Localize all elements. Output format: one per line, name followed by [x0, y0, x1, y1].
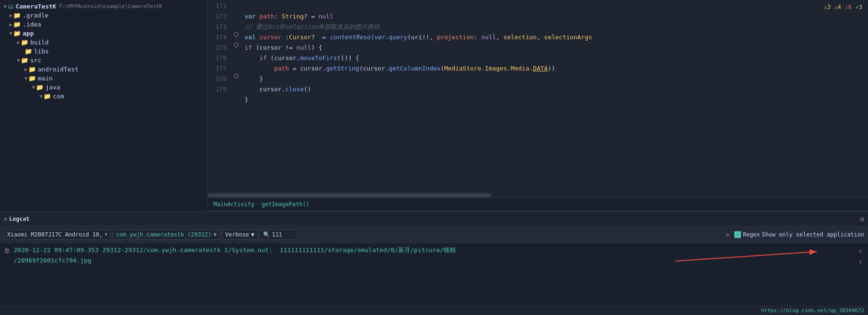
line-num-176: 176 [208, 53, 227, 63]
expand-arrow: ▶ [9, 22, 12, 27]
folder-icon: 📁 [21, 39, 28, 46]
line-num-175: 175 [208, 43, 227, 53]
sidebar-item-label: src [30, 57, 41, 64]
code-container: 171 172 173 174 175 176 177 178 179 _ _ … [208, 0, 868, 193]
line-num-177: 177 [208, 63, 227, 74]
logcat-header-left: ≡ Logcat [4, 216, 30, 222]
breadcrumb-file[interactable]: MainActivity [213, 201, 255, 208]
line-num-174: 174 [208, 32, 227, 43]
scrollbar-thumb[interactable] [208, 193, 491, 197]
scroll-to-top-icon[interactable]: ↑ [859, 256, 862, 267]
logcat-content[interactable]: 🗑 2020-12-22 09:47:09.353 29312-29312/co… [0, 243, 868, 306]
app-selector[interactable]: com.ywjh.cameratestk (29312) ▼ [112, 229, 220, 240]
project-icon: 🗂 [8, 3, 14, 10]
app-label: com.ywjh.cameratestk (29312) [116, 231, 211, 238]
sidebar-item-label: .gradle [23, 12, 49, 19]
sidebar-item-app[interactable]: ▼ 📁 app [0, 29, 207, 38]
expand-arrow: ▼ [32, 85, 35, 90]
app-dropdown-arrow: ▼ [213, 231, 217, 238]
expand-arrow: ▼ [40, 94, 43, 99]
line-num-171: 171 [208, 1, 227, 11]
logcat-row-1: 🗑 2020-12-22 09:47:09.353 29312-29312/co… [4, 245, 864, 267]
logcat-log-line2: /20969f2001cfc794.jpg [14, 257, 91, 264]
project-path: F:\MYPAndroid\example\CameraTestK [59, 3, 162, 9]
folder-icon: 📁 [36, 84, 43, 91]
sidebar-item-gradle[interactable]: ▶ 📁 .gradle [0, 11, 207, 20]
sidebar-item-label: libs [34, 48, 49, 55]
sidebar-item-idea[interactable]: ▶ 📁 .idea [0, 20, 207, 29]
verbose-selector[interactable]: Verbose ▼ [222, 229, 258, 240]
device-dropdown-arrow: ▼ [104, 232, 107, 237]
logcat-bottom-bar: https://blog.csdn.net/qq_38304672 [0, 306, 868, 315]
expand-arrow: ▼ [17, 58, 20, 63]
warning-badge-3: ⚠6 [845, 4, 851, 10]
folder-icon: 📁 [13, 30, 21, 37]
logcat-log-line1: 2020-12-22 09:47:09.353 29312-29312/com.… [14, 246, 456, 254]
warning-badge-2: ⚠4 [834, 4, 841, 10]
sidebar-item-com[interactable]: ▼ 📁 com [0, 92, 207, 101]
search-box[interactable]: 🔍 111 [260, 229, 298, 240]
sidebar-item-main[interactable]: ▼ 📁 main [0, 74, 207, 83]
scroll-to-end-icon[interactable]: ↓ [859, 245, 862, 255]
sidebar-item-label: app [23, 30, 34, 37]
regex-checkbox-container[interactable]: ✓ Regex [734, 231, 760, 238]
folder-icon: 📁 [28, 75, 36, 82]
logcat-list-icon: ≡ [4, 216, 7, 222]
expand-arrow: ▶ [9, 13, 12, 18]
line-num-173: 173 [208, 22, 227, 32]
folder-icon: 📁 [13, 21, 21, 28]
logcat-side-controls: ↓ ↑ [859, 245, 864, 267]
sidebar-item-label: java [45, 84, 60, 91]
logcat-settings-icon[interactable]: ⚙ [860, 215, 864, 223]
sidebar-item-java[interactable]: ▼ 📁 java [0, 83, 207, 92]
warning-badge-4: ✓3 [856, 4, 862, 10]
horizontal-scrollbar[interactable] [208, 193, 868, 198]
sidebar-item-label: com [53, 93, 64, 100]
warning-badges: ⚠3 ⚠4 ⚠6 ✓3 [824, 4, 862, 10]
expand-arrow: ▼ [4, 4, 7, 9]
red-arrow-annotation [675, 247, 826, 266]
logcat-log-container: 2020-12-22 09:47:09.353 29312-29312/com.… [14, 245, 855, 266]
code-content[interactable]: var path: String? = null // 通过Uri和select… [241, 0, 868, 193]
gutter: _ _ _ ⬡ ⬡ _ _ ⬡ _ [231, 0, 241, 193]
sidebar-item-src[interactable]: ▼ 📁 src [0, 56, 207, 65]
breadcrumb-separator: › [256, 201, 260, 208]
device-selector[interactable]: Xiaomi M2007J17C Android 10, ▼ [4, 229, 111, 240]
device-label: Xiaomi M2007J17C Android 10, [7, 231, 102, 238]
logcat-delete-icon[interactable]: 🗑 [4, 245, 10, 256]
footer-link[interactable]: https://blog.csdn.net/qq_38304672 [761, 307, 864, 314]
warning-badge-1: ⚠3 [824, 4, 830, 10]
expand-arrow: ▶ [25, 67, 27, 72]
verbose-dropdown-arrow: ▼ [251, 231, 254, 238]
svg-line-1 [675, 252, 817, 261]
sidebar-item-label: .idea [23, 21, 41, 28]
regex-label: Regex [743, 231, 760, 238]
folder-icon: 📁 [25, 48, 32, 55]
sidebar-item-label: main [38, 75, 52, 82]
main-area: ▼ 🗂 CameraTestK F:\MYPAndroid\example\Ca… [0, 0, 868, 211]
sidebar-item-androidtest[interactable]: ▶ 📁 androidTest [0, 65, 207, 74]
expand-arrow: ▼ [25, 76, 27, 81]
sidebar-item-build[interactable]: ▶ 📁 build [0, 38, 207, 47]
show-only-label[interactable]: Show only selected application [762, 231, 864, 238]
folder-icon: 📁 [43, 93, 51, 100]
expand-arrow: ▼ [9, 31, 12, 36]
editor-area: ⚠3 ⚠4 ⚠6 ✓3 171 172 173 174 175 176 177 … [208, 0, 868, 211]
logcat-filter-close[interactable]: ✕ [723, 230, 732, 239]
sidebar-item-libs[interactable]: 📁 libs [0, 47, 207, 56]
search-value: 111 [272, 231, 282, 238]
expand-arrow: ▶ [17, 40, 20, 45]
folder-icon: 📁 [21, 57, 28, 64]
sidebar-item-label: build [30, 39, 49, 46]
line-num-179: 179 [208, 84, 227, 95]
logcat-panel: ≡ Logcat ⚙ Xiaomi M2007J17C Android 10, … [0, 211, 868, 315]
sidebar-item-root[interactable]: ▼ 🗂 CameraTestK F:\MYPAndroid\example\Ca… [0, 2, 207, 11]
breadcrumb-method[interactable]: getImagePath() [262, 201, 309, 208]
search-icon: 🔍 [263, 231, 270, 238]
verbose-label: Verbose [225, 231, 249, 238]
regex-checkbox[interactable]: ✓ [734, 231, 741, 238]
sidebar: ▼ 🗂 CameraTestK F:\MYPAndroid\example\Ca… [0, 0, 208, 211]
logcat-toolbar: Xiaomi M2007J17C Android 10, ▼ com.ywjh.… [0, 226, 868, 243]
folder-icon: 📁 [28, 66, 36, 73]
breadcrumb-bar: MainActivity › getImagePath() [208, 198, 868, 211]
